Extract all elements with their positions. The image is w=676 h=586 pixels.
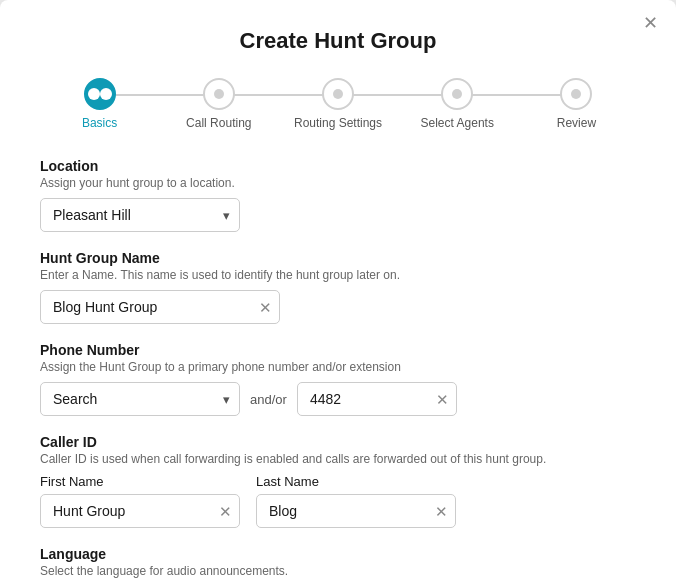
first-name-label: First Name [40, 474, 240, 489]
phone-number-desc: Assign the Hunt Group to a primary phone… [40, 360, 636, 374]
language-section: Language Select the language for audio a… [40, 546, 636, 586]
last-name-input-wrap: ✕ [256, 494, 456, 528]
caller-id-section: Caller ID Caller ID is used when call fo… [40, 434, 636, 528]
language-title: Language [40, 546, 636, 562]
stepper: Basics Call Routing Routing Settings Sel… [40, 78, 636, 130]
hunt-group-name-title: Hunt Group Name [40, 250, 636, 266]
phone-search-wrap: Search ▾ [40, 382, 240, 416]
location-title: Location [40, 158, 636, 174]
caller-id-row: First Name ✕ Last Name ✕ [40, 474, 636, 528]
language-desc: Select the language for audio announceme… [40, 564, 636, 578]
location-dropdown-wrap: Pleasant Hill ▾ [40, 198, 240, 232]
and-or-label: and/or [250, 392, 287, 407]
step-label-basics: Basics [82, 116, 117, 130]
step-circle-basics [84, 78, 116, 110]
phone-number-row: Search ▾ and/or ✕ [40, 382, 636, 416]
last-name-group: Last Name ✕ [256, 474, 456, 528]
location-desc: Assign your hunt group to a location. [40, 176, 636, 190]
step-circle-select-agents [441, 78, 473, 110]
hunt-group-name-desc: Enter a Name. This name is used to ident… [40, 268, 636, 282]
caller-id-title: Caller ID [40, 434, 636, 450]
step-label-select-agents: Select Agents [421, 116, 494, 130]
step-basics: Basics [40, 78, 159, 130]
location-dropdown[interactable]: Pleasant Hill [40, 198, 240, 232]
last-name-clear-button[interactable]: ✕ [435, 504, 448, 519]
first-name-group: First Name ✕ [40, 474, 240, 528]
first-name-clear-button[interactable]: ✕ [219, 504, 232, 519]
phone-number-title: Phone Number [40, 342, 636, 358]
hunt-group-name-section: Hunt Group Name Enter a Name. This name … [40, 250, 636, 324]
step-call-routing: Call Routing [159, 78, 278, 130]
modal-title: Create Hunt Group [40, 28, 636, 54]
extension-input[interactable] [297, 382, 457, 416]
step-circle-call-routing [203, 78, 235, 110]
last-name-label: Last Name [256, 474, 456, 489]
step-label-call-routing: Call Routing [186, 116, 251, 130]
step-circle-review [560, 78, 592, 110]
first-name-input-wrap: ✕ [40, 494, 240, 528]
close-button[interactable]: ✕ [643, 14, 658, 32]
caller-id-desc: Caller ID is used when call forwarding i… [40, 452, 636, 466]
step-routing-settings: Routing Settings [278, 78, 397, 130]
hunt-group-name-clear-button[interactable]: ✕ [259, 300, 272, 315]
extension-input-wrap: ✕ [297, 382, 457, 416]
last-name-input[interactable] [256, 494, 456, 528]
step-circle-routing-settings [322, 78, 354, 110]
step-label-review: Review [557, 116, 596, 130]
phone-number-section: Phone Number Assign the Hunt Group to a … [40, 342, 636, 416]
phone-search-dropdown[interactable]: Search [40, 382, 240, 416]
extension-clear-button[interactable]: ✕ [436, 392, 449, 407]
hunt-group-name-input-wrap: ✕ [40, 290, 280, 324]
first-name-input[interactable] [40, 494, 240, 528]
location-section: Location Assign your hunt group to a loc… [40, 158, 636, 232]
step-select-agents: Select Agents [398, 78, 517, 130]
hunt-group-name-input[interactable] [40, 290, 280, 324]
step-label-routing-settings: Routing Settings [294, 116, 382, 130]
create-hunt-group-modal: ✕ Create Hunt Group Basics Call Routing … [0, 0, 676, 586]
step-review: Review [517, 78, 636, 130]
